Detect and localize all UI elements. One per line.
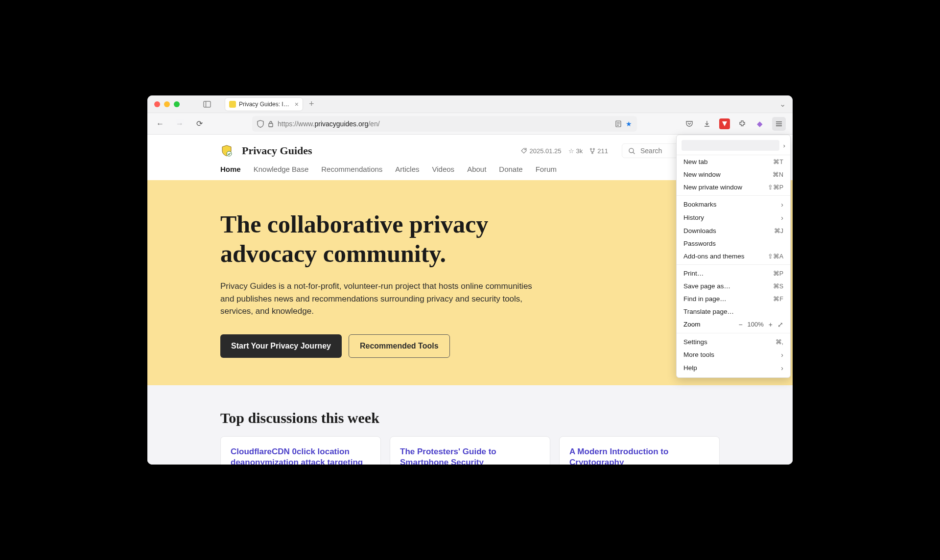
bookmark-star-icon[interactable]: ★ bbox=[626, 120, 632, 128]
menu-more-tools[interactable]: More tools› bbox=[677, 348, 790, 361]
site-title[interactable]: Privacy Guides bbox=[242, 144, 312, 157]
window-maximize-button[interactable] bbox=[174, 101, 180, 107]
url-bar[interactable]: https://www.privacyguides.org/en/ ★ bbox=[252, 116, 637, 132]
menu-downloads[interactable]: Downloads⌘J bbox=[677, 224, 790, 237]
titlebar: Privacy Guides: Independent Pr × + ⌄ bbox=[147, 95, 793, 113]
nav-recommendations[interactable]: Recommendations bbox=[321, 165, 382, 173]
search-icon bbox=[628, 147, 635, 155]
discussions-title: Top discussions this week bbox=[220, 410, 720, 426]
extension-red-icon[interactable] bbox=[719, 118, 730, 129]
new-tab-button[interactable]: + bbox=[309, 99, 314, 109]
menu-help[interactable]: Help› bbox=[677, 361, 790, 374]
discussion-card-title[interactable]: CloudflareCDN 0click location deanonymiz… bbox=[231, 446, 371, 465]
back-button[interactable]: ← bbox=[154, 119, 166, 128]
app-menu-button[interactable] bbox=[772, 117, 786, 131]
menu-print[interactable]: Print…⌘P bbox=[677, 267, 790, 280]
fullscreen-icon[interactable]: ⤢ bbox=[777, 321, 783, 328]
extensions-icon[interactable] bbox=[737, 118, 748, 129]
forks-count[interactable]: 211 bbox=[589, 147, 608, 155]
discussion-card-title[interactable]: The Protesters' Guide to Smartphone Secu… bbox=[400, 446, 540, 465]
nav-home[interactable]: Home bbox=[220, 165, 241, 173]
sidebar-toggle-icon[interactable] bbox=[203, 101, 211, 108]
url-text: https://www.privacyguides.org/en/ bbox=[278, 120, 611, 128]
svg-point-15 bbox=[629, 148, 634, 153]
menu-zoom: Zoom − 100% + ⤢ bbox=[677, 318, 790, 331]
nav-articles[interactable]: Articles bbox=[395, 165, 419, 173]
extension-purple-icon[interactable]: ◆ bbox=[754, 118, 765, 129]
traffic-lights bbox=[154, 101, 180, 107]
nav-about[interactable]: About bbox=[467, 165, 486, 173]
tab-close-icon[interactable]: × bbox=[295, 100, 299, 108]
tabs-dropdown-icon[interactable]: ⌄ bbox=[779, 100, 786, 108]
svg-rect-2 bbox=[269, 123, 273, 127]
shield-icon[interactable] bbox=[257, 120, 264, 128]
stars-count[interactable]: ☆ 3k bbox=[568, 147, 583, 155]
start-journey-button[interactable]: Start Your Privacy Journey bbox=[220, 334, 342, 358]
app-menu: › New tab⌘T New window⌘N New private win… bbox=[676, 135, 791, 378]
discussion-card[interactable]: CloudflareCDN 0click location deanonymiz… bbox=[220, 436, 381, 465]
menu-save-page[interactable]: Save page as…⌘S bbox=[677, 280, 790, 292]
menu-account-row[interactable]: › bbox=[677, 138, 790, 155]
svg-line-16 bbox=[633, 152, 635, 154]
nav-knowledge-base[interactable]: Knowledge Base bbox=[254, 165, 309, 173]
recommended-tools-button[interactable]: Recommended Tools bbox=[349, 334, 450, 358]
browser-tab[interactable]: Privacy Guides: Independent Pr × bbox=[225, 97, 303, 111]
reader-mode-icon[interactable] bbox=[615, 120, 622, 127]
menu-passwords[interactable]: Passwords bbox=[677, 237, 790, 250]
forward-button[interactable]: → bbox=[174, 119, 186, 128]
nav-forum[interactable]: Forum bbox=[536, 165, 557, 173]
menu-new-private-window[interactable]: New private window⇧⌘P bbox=[677, 181, 790, 193]
nav-donate[interactable]: Donate bbox=[499, 165, 522, 173]
hero-subtitle: Privacy Guides is a not-for-profit, volu… bbox=[220, 280, 539, 318]
menu-settings[interactable]: Settings⌘, bbox=[677, 335, 790, 348]
hero-title: The collaborative privacy advocacy commu… bbox=[220, 210, 553, 268]
star-icon: ☆ bbox=[568, 147, 574, 155]
chevron-right-icon: › bbox=[783, 142, 786, 149]
menu-new-tab[interactable]: New tab⌘T bbox=[677, 155, 790, 168]
discussion-card[interactable]: A Modern Introduction to Cryptography Po… bbox=[559, 436, 720, 465]
downloads-icon[interactable] bbox=[702, 118, 712, 129]
pocket-icon[interactable] bbox=[684, 118, 695, 129]
chevron-right-icon: › bbox=[781, 351, 783, 359]
svg-point-13 bbox=[593, 148, 595, 150]
toolbar: ← → ⟳ https://www.privacyguides.org/en/ … bbox=[147, 113, 793, 135]
svg-point-10 bbox=[227, 151, 232, 156]
menu-bookmarks[interactable]: Bookmarks› bbox=[677, 198, 790, 211]
reload-button[interactable]: ⟳ bbox=[193, 119, 205, 128]
zoom-value: 100% bbox=[748, 321, 764, 328]
tab-title: Privacy Guides: Independent Pr bbox=[239, 101, 292, 108]
discussions-section: Top discussions this week CloudflareCDN … bbox=[147, 385, 793, 465]
window-minimize-button[interactable] bbox=[164, 101, 170, 107]
chevron-right-icon: › bbox=[781, 214, 783, 222]
svg-point-11 bbox=[525, 149, 526, 150]
chevron-right-icon: › bbox=[781, 201, 783, 209]
chevron-right-icon: › bbox=[781, 364, 783, 372]
account-placeholder bbox=[682, 140, 779, 151]
version-tag[interactable]: 2025.01.25 bbox=[521, 147, 561, 155]
svg-rect-0 bbox=[204, 101, 211, 107]
zoom-in-button[interactable]: + bbox=[769, 321, 773, 328]
menu-history[interactable]: History› bbox=[677, 211, 790, 224]
site-logo-icon[interactable] bbox=[220, 144, 233, 157]
discussion-card-title[interactable]: A Modern Introduction to Cryptography bbox=[569, 446, 709, 465]
discussion-card[interactable]: The Protesters' Guide to Smartphone Secu… bbox=[390, 436, 550, 465]
svg-point-12 bbox=[590, 148, 592, 150]
zoom-out-button[interactable]: − bbox=[738, 321, 742, 328]
menu-new-window[interactable]: New window⌘N bbox=[677, 168, 790, 181]
menu-translate[interactable]: Translate page… bbox=[677, 305, 790, 318]
nav-videos[interactable]: Videos bbox=[432, 165, 455, 173]
window-close-button[interactable] bbox=[154, 101, 160, 107]
browser-window: Privacy Guides: Independent Pr × + ⌄ ← →… bbox=[147, 95, 793, 465]
tab-favicon-icon bbox=[229, 101, 236, 108]
site-nav: Home Knowledge Base Recommendations Arti… bbox=[220, 165, 720, 180]
lock-icon[interactable] bbox=[268, 120, 274, 127]
menu-find-in-page[interactable]: Find in page…⌘F bbox=[677, 292, 790, 305]
menu-addons[interactable]: Add-ons and themes⇧⌘A bbox=[677, 250, 790, 262]
